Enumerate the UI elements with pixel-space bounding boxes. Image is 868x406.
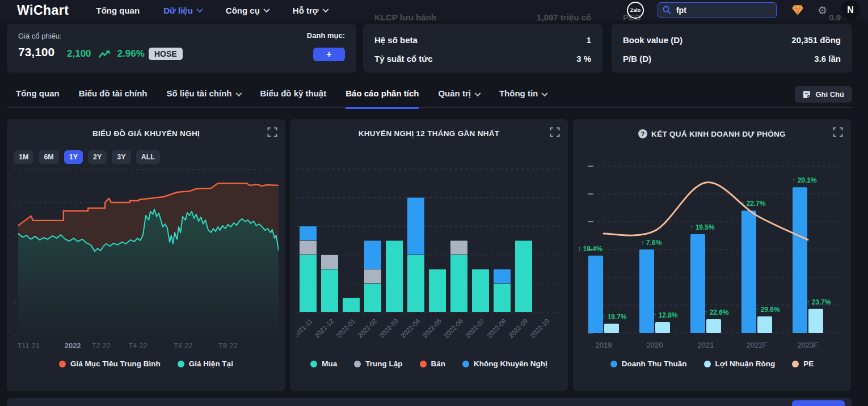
price-change: 2,100 2.96% [67,48,145,60]
forecast-chart[interactable]: ↑ 19.4%↑ 19.7%2019↑ 7.6%↑ 12.8%2020↑ 19.… [573,160,851,350]
range-button-1m[interactable]: 1M [14,150,33,164]
tab-label: Biểu đồ tài chính [79,88,148,98]
tab-thông-tin[interactable]: Thông tin [499,85,547,109]
stat-row: P/B (D)3.6 lần [623,49,841,68]
legend-item[interactable]: Trung Lập [354,360,402,368]
notes-button[interactable]: Ghi Chú [795,86,852,103]
fullscreen-icon[interactable] [833,127,843,137]
next-section-button[interactable] [792,400,845,406]
stat-label: Book value (D) [623,35,682,45]
help-icon[interactable]: ? [638,129,647,138]
recommendations-12m-chart-panel: KHUYẾN NGHỊ 12 THÁNG GẦN NHẤT 2021-11202… [290,119,568,391]
legend-item[interactable]: Không Khuyến Nghị [462,360,547,368]
svg-text:2022-08: 2022-08 [486,318,507,339]
svg-text:↑ 19.5%: ↑ 19.5% [690,223,715,231]
legend-item[interactable]: Bán [420,360,446,368]
nav-item-hỗ-trợ[interactable]: Hỗ trợ [293,6,328,15]
legend-item[interactable]: Doanh Thu Thuần [610,360,687,368]
next-section-panel [7,398,852,406]
logo[interactable]: WiChart [17,3,69,18]
tab-label: Báo cáo phân tích [345,88,419,98]
range-button-6m[interactable]: 6M [39,150,58,164]
chevron-down-icon [474,90,481,96]
legend-item[interactable]: Lợi Nhuận Ròng [704,360,776,368]
nav-item-dữ-liệu[interactable]: Dữ liệu [163,6,202,15]
price-chart[interactable] [14,169,279,339]
notes-button-label: Ghi Chú [815,90,844,99]
legend-label: Doanh Thu Thuần [622,360,687,368]
svg-text:2023F: 2023F [798,341,819,348]
range-button-2y[interactable]: 2Y [88,150,107,164]
range-button-1y[interactable]: 1Y [64,150,83,164]
tab-biểu-đồ-tài-chính[interactable]: Biểu đồ tài chính [79,85,148,109]
stat-value: 1 [587,35,591,45]
stat-value: 20,351 đồng [791,35,841,45]
legend-item[interactable]: PE [792,360,814,368]
svg-text:2022-03: 2022-03 [378,318,399,339]
nav-item-label: Hỗ trợ [293,6,319,15]
tab-báo-cáo-phân-tích[interactable]: Báo cáo phân tích [345,85,419,109]
legend-label: Giá Mục Tiêu Trung Bình [70,360,161,368]
chart-title: BIỂU ĐỒ GIÁ KHUYẾN NGHỊ [7,129,285,138]
tab-tổng-quan[interactable]: Tổng quan [16,85,60,109]
premium-gem-icon[interactable] [791,5,804,16]
fullscreen-icon[interactable] [267,127,277,137]
recommendations-chart[interactable]: 2021-112021-122022-012022-022022-032022-… [297,167,562,358]
tab-bar: Tổng quanBiểu đồ tài chínhSố liệu tài ch… [7,85,852,108]
watchlist-label: Danh mục: [307,31,345,40]
price-chart-x-axis: T11 212022T2 22T4 22T6 22T8 22 [14,341,279,350]
nav-item-label: Dữ liệu [163,6,193,15]
chevron-down-icon [196,6,203,12]
stat-row: Book value (D)20,351 đồng [623,31,841,49]
recommendations-chart-legend: MuaTrung LậpBánKhông Khuyến Nghị [290,360,568,368]
gear-icon[interactable]: ⚙ [818,4,827,17]
app-root: WiChart Tổng quanDữ liệuCông cụHỗ trợ Za… [0,0,868,406]
add-to-watchlist-button[interactable]: + [313,48,345,61]
range-button-all[interactable]: ALL [136,150,160,164]
legend-item[interactable]: Mua [310,360,337,368]
fullscreen-icon[interactable] [550,127,560,137]
svg-text:2021: 2021 [698,341,714,348]
svg-text:↑ 23.7%: ↑ 23.7% [806,298,831,306]
legend-item[interactable]: Giá Hiện Tại [178,360,233,368]
trend-up-icon [97,50,112,58]
note-icon [803,91,811,99]
svg-text:2022-10: 2022-10 [529,318,550,339]
legend-label: Bán [431,360,446,368]
legend-dot [420,361,427,367]
stock-price-panel: Giá cổ phiếu: 73,100 2,100 2.96% HOSE Da… [7,24,356,73]
range-button-3y[interactable]: 3Y [112,150,130,164]
legend-label: Giá Hiện Tại [189,360,233,368]
tab-quản-trị[interactable]: Quản trị [438,85,480,109]
change-percent: 2.96% [117,48,145,60]
svg-text:2022-05: 2022-05 [421,318,443,339]
chevron-down-icon [235,90,242,96]
navbar: WiChart Tổng quanDữ liệuCông cụHỗ trợ Za… [0,0,868,20]
stats-panel-right: Book value (D)20,351 đồngP/B (D)3.6 lần [612,24,852,73]
stat-label: Hệ số beta [374,35,418,45]
tab-label: Thông tin [499,88,538,98]
tab-label: Tổng quan [16,88,60,98]
svg-text:2022-09: 2022-09 [507,318,529,339]
forecast-chart-legend: Doanh Thu ThuầnLợi Nhuận RòngPE [573,360,851,368]
svg-text:2022-02: 2022-02 [356,318,378,339]
avatar[interactable]: N [841,1,860,20]
price-chart-legend: Giá Mục Tiêu Trung BìnhGiá Hiện Tại [7,360,285,368]
x-tick-label: 2022 [65,341,81,350]
search-input[interactable] [658,2,777,18]
svg-text:2021-12: 2021-12 [313,318,335,339]
tab-biểu-đồ-kỹ-thuật[interactable]: Biểu đồ kỹ thuật [260,85,327,109]
stat-rows: Book value (D)20,351 đồngP/B (D)3.6 lần [623,31,841,68]
stat-value: 3.6 lần [814,54,841,64]
legend-item[interactable]: Giá Mục Tiêu Trung Bình [59,360,161,368]
svg-text:2022-06: 2022-06 [443,318,464,339]
x-tick-label: T8 22 [218,341,237,350]
zalo-icon[interactable]: Zalo [627,2,644,19]
legend-label: Trung Lập [365,360,402,368]
nav-item-công-cụ[interactable]: Công cụ [226,6,269,15]
svg-text:↑ 29.6%: ↑ 29.6% [755,306,780,314]
legend-dot [462,361,469,367]
tab-số-liệu-tài-chính[interactable]: Số liệu tài chính [167,85,241,109]
legend-dot [310,361,317,367]
nav-item-tổng-quan[interactable]: Tổng quan [96,6,140,15]
